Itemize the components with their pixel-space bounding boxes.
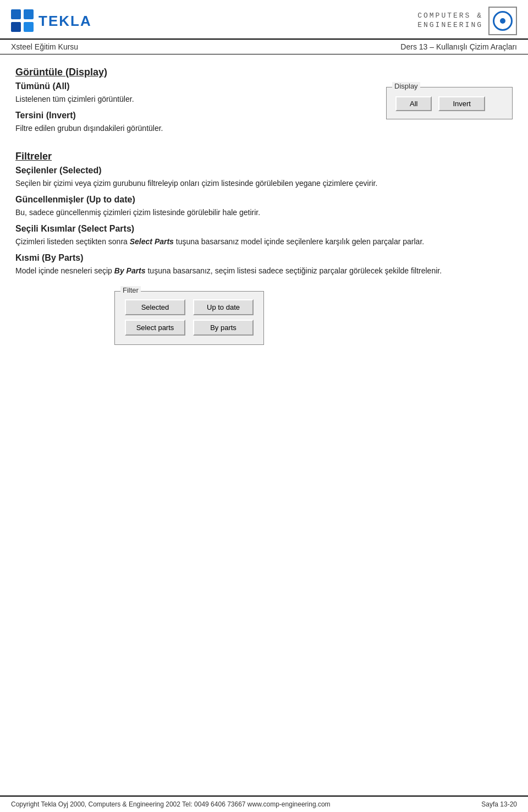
byparts-subtitle: Kısmi (By Parts) [15, 253, 513, 263]
filter-uptodate-button[interactable]: Up to date [193, 299, 254, 315]
header: TEKLA COMPUTERS & ENGINEERING [0, 0, 528, 40]
filter-ui-grid: Selected Up to date Select parts By part… [125, 299, 254, 336]
selectparts-body1: Çizimleri listeden seçtikten sonra [15, 237, 130, 246]
display-text-col: Tümünü (All) Listelenen tüm çizimleri gö… [15, 81, 364, 140]
logo-sq-2 [24, 9, 34, 19]
invert-subtitle: Tersini (Invert) [15, 111, 364, 120]
logo-sq-3 [11, 22, 21, 32]
display-ui-group-label: Display [392, 82, 420, 90]
sub-header: Xsteel Eğitim Kursu Ders 13 – Kullanışlı… [0, 40, 528, 54]
all-subtitle: Tümünü (All) [15, 81, 364, 91]
main-content: Görüntüle (Display) Tümünü (All) Listele… [0, 54, 528, 399]
company-line2: ENGINEERING [417, 21, 483, 29]
company-name-text: COMPUTERS & ENGINEERING [417, 12, 483, 30]
filters-section-title: Filtreler [15, 151, 513, 162]
header-right-group: COMPUTERS & ENGINEERING [417, 7, 517, 35]
company-line1: COMPUTERS & [417, 12, 483, 20]
byparts-body: Model içinde nesneleri seçip By Parts tu… [15, 265, 513, 277]
company-logo-dot [500, 18, 505, 24]
logo-sq-4 [24, 22, 34, 32]
filter-ui-group-label: Filter [120, 286, 141, 294]
selected-block: Seçilenler (Selected) Seçilen bir çizimi… [15, 166, 513, 189]
logo-sq-1 [11, 9, 21, 19]
logo-squares [11, 9, 34, 32]
selectparts-body-bold: Select Parts [130, 237, 174, 246]
filters-section: Filtreler Seçilenler (Selected) Seçilen … [15, 151, 513, 345]
filter-selected-button[interactable]: Selected [125, 299, 185, 315]
company-logo-box [488, 7, 517, 35]
tekla-logo-text: TEKLA [38, 13, 92, 30]
header-left: TEKLA [11, 9, 92, 32]
uptodate-body: Bu, sadece güncellenmiş çizimleri çizim … [15, 207, 513, 218]
filter-byparts-button[interactable]: By parts [193, 320, 254, 336]
footer-page: Sayfa 13-20 [481, 800, 517, 808]
footer: Copyright Tekla Oyj 2000, Computers & En… [0, 795, 528, 812]
selectparts-body2: tuşuna basarsanız model içinde seçilenle… [174, 237, 424, 246]
uptodate-subtitle: Güncellenmişler (Up to date) [15, 195, 513, 205]
display-ui-buttons: All Invert [395, 96, 503, 111]
byparts-body2: tuşuna basarsanız, seçim listesi sadece … [146, 266, 442, 275]
display-invert-button[interactable]: Invert [438, 96, 485, 111]
invert-body: Filtre edilen grubun dışındakileri görün… [15, 123, 364, 134]
byparts-body1: Model içinde nesneleri seçip [15, 266, 114, 275]
selectparts-body: Çizimleri listeden seçtikten sonra Selec… [15, 236, 513, 248]
lesson-label: Ders 13 – Kullanışlı Çizim Araçları [400, 42, 517, 51]
selectparts-subtitle: Seçili Kısımlar (Select Parts) [15, 224, 513, 234]
filter-ui-widget: Filter Selected Up to date Select parts … [114, 291, 264, 345]
footer-copyright: Copyright Tekla Oyj 2000, Computers & En… [11, 800, 481, 808]
filter-selectparts-button[interactable]: Select parts [125, 320, 185, 336]
selected-body: Seçilen bir çizimi veya çizim gurubunu f… [15, 178, 513, 189]
selectparts-block: Seçili Kısımlar (Select Parts) Çizimleri… [15, 224, 513, 248]
display-ui-widget: Display All Invert [386, 87, 513, 119]
display-row: Tümünü (All) Listelenen tüm çizimleri gö… [15, 81, 513, 140]
uptodate-block: Güncellenmişler (Up to date) Bu, sadece … [15, 195, 513, 218]
selected-subtitle: Seçilenler (Selected) [15, 166, 513, 175]
byparts-block: Kısmi (By Parts) Model içinde nesneleri … [15, 253, 513, 277]
display-all-button[interactable]: All [395, 96, 432, 111]
display-section-title: Görüntüle (Display) [15, 67, 513, 78]
tekla-logo: TEKLA [11, 9, 92, 32]
display-section: Görüntüle (Display) Tümünü (All) Listele… [15, 67, 513, 140]
course-label: Xsteel Eğitim Kursu [11, 42, 78, 51]
byparts-body-bold: By Parts [114, 266, 146, 275]
all-body: Listelenen tüm çizimleri görüntüler. [15, 94, 364, 105]
company-logo-circle [493, 11, 513, 31]
